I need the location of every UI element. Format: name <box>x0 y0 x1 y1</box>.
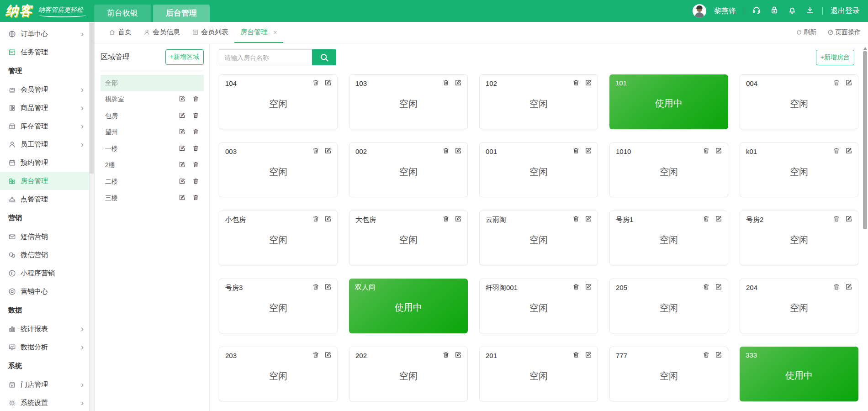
area-item-棋牌室[interactable]: 棋牌室 <box>101 91 204 108</box>
edit-room-button[interactable] <box>585 215 592 224</box>
sidebar-item-营销中心[interactable]: 营销中心 <box>0 282 89 300</box>
delete-room-button[interactable] <box>312 283 319 292</box>
sidebar-scrollbar-thumb[interactable] <box>90 23 94 174</box>
delete-room-button[interactable] <box>572 283 580 292</box>
edit-room-button[interactable] <box>324 147 332 156</box>
room-card-102[interactable]: 102空闲 <box>479 74 598 129</box>
logout-button[interactable]: 退出登录 <box>831 6 860 16</box>
room-card-204[interactable]: 204空闲 <box>740 279 858 333</box>
edit-room-button[interactable] <box>455 147 462 156</box>
delete-room-button[interactable] <box>833 283 840 292</box>
sidebar-item-小程序营销[interactable]: 小程序营销 <box>0 264 89 282</box>
sidebar-item-任务管理[interactable]: 任务管理 <box>0 43 89 61</box>
edit-room-button[interactable] <box>455 351 462 360</box>
delete-room-button[interactable] <box>833 215 840 224</box>
room-card-001[interactable]: 001空闲 <box>479 142 598 197</box>
add-area-button[interactable]: +新增区域 <box>165 49 204 65</box>
edit-room-button[interactable] <box>715 147 722 156</box>
delete-room-button[interactable] <box>703 351 710 360</box>
delete-area-button[interactable] <box>192 194 199 202</box>
room-card-小包房[interactable]: 小包房空闲 <box>219 211 338 265</box>
area-item-全部[interactable]: 全部 <box>101 75 204 91</box>
edit-room-button[interactable] <box>715 351 722 360</box>
edit-room-button[interactable] <box>585 147 592 156</box>
room-card-104[interactable]: 104空闲 <box>219 74 338 129</box>
room-card-777[interactable]: 777空闲 <box>609 347 728 401</box>
room-card-大包房[interactable]: 大包房空闲 <box>349 211 468 265</box>
room-card-002[interactable]: 002空闲 <box>349 142 468 197</box>
sidebar-item-库存管理[interactable]: 库存管理› <box>0 117 89 135</box>
edit-room-button[interactable] <box>455 79 462 88</box>
room-card-205[interactable]: 205空闲 <box>609 279 728 333</box>
edit-area-button[interactable] <box>179 161 185 169</box>
sidebar-item-订单中心[interactable]: 订单中心› <box>0 25 89 43</box>
edit-room-button[interactable] <box>324 351 332 360</box>
room-card-云雨阁[interactable]: 云雨阁空闲 <box>479 211 598 265</box>
area-item-二楼[interactable]: 二楼 <box>101 174 204 190</box>
edit-room-button[interactable] <box>585 79 592 88</box>
edit-area-button[interactable] <box>179 95 185 104</box>
delete-room-button[interactable] <box>442 147 450 156</box>
content-scrollbar[interactable] <box>862 46 868 411</box>
edit-room-button[interactable] <box>324 283 332 292</box>
sidebar-item-统计报表[interactable]: 统计报表› <box>0 320 89 338</box>
delete-room-button[interactable] <box>442 79 450 88</box>
delete-room-button[interactable] <box>312 79 319 88</box>
edit-area-button[interactable] <box>179 145 185 153</box>
delete-room-button[interactable] <box>572 351 580 360</box>
avatar[interactable] <box>693 4 706 18</box>
delete-room-button[interactable] <box>572 215 580 224</box>
delete-room-button[interactable] <box>703 215 710 224</box>
edit-room-button[interactable] <box>585 283 592 292</box>
room-card-双人间[interactable]: 双人间使用中 <box>349 279 468 333</box>
room-card-号房2[interactable]: 号房2空闲 <box>740 211 858 265</box>
edit-room-button[interactable] <box>585 351 592 360</box>
edit-room-button[interactable] <box>715 283 722 292</box>
content-scrollbar-thumb[interactable] <box>863 51 867 229</box>
edit-room-button[interactable] <box>715 215 722 224</box>
sidebar-item-点餐管理[interactable]: 点餐管理 <box>0 190 89 208</box>
sidebar-item-员工管理[interactable]: 员工管理› <box>0 135 89 153</box>
edit-room-button[interactable] <box>845 215 852 224</box>
delete-area-button[interactable] <box>192 128 199 137</box>
delete-area-button[interactable] <box>192 145 199 153</box>
delete-room-button[interactable] <box>703 283 710 292</box>
area-item-望州[interactable]: 望州 <box>101 124 204 141</box>
sidebar-item-门店管理[interactable]: 门店管理› <box>0 375 89 394</box>
edit-area-button[interactable] <box>179 112 185 120</box>
edit-room-button[interactable] <box>455 215 462 224</box>
area-item-三楼[interactable]: 三楼 <box>101 190 204 206</box>
lock-icon-button[interactable] <box>770 5 779 16</box>
sidebar-item-短信营销[interactable]: 短信营销 <box>0 227 89 246</box>
page-operations-button[interactable]: 页面操作 <box>827 28 861 37</box>
tab-close-icon[interactable]: × <box>273 28 277 36</box>
room-card-203[interactable]: 203空闲 <box>219 347 338 401</box>
edit-area-button[interactable] <box>179 194 185 202</box>
edit-room-button[interactable] <box>845 283 852 292</box>
delete-room-button[interactable] <box>572 79 580 88</box>
delete-area-button[interactable] <box>192 112 199 120</box>
sidebar-scrollbar[interactable] <box>89 22 95 411</box>
room-card-号房1[interactable]: 号房1空闲 <box>609 211 728 265</box>
area-item-2楼[interactable]: 2楼 <box>101 157 204 174</box>
area-item-一楼[interactable]: 一楼 <box>101 141 204 157</box>
room-card-101[interactable]: 101使用中 <box>609 74 728 129</box>
delete-room-button[interactable] <box>312 351 319 360</box>
tab-会员列表[interactable]: 会员列表 <box>186 22 234 43</box>
header-tab[interactable]: 前台收银 <box>94 5 151 22</box>
room-card-202[interactable]: 202空闲 <box>349 347 468 401</box>
sidebar-item-微信营销[interactable]: 微信营销 <box>0 246 89 264</box>
room-card-号房3[interactable]: 号房3空闲 <box>219 279 338 333</box>
tab-会员信息[interactable]: 会员信息 <box>138 22 186 43</box>
room-card-333[interactable]: 333使用中 <box>740 347 858 401</box>
delete-room-button[interactable] <box>833 147 840 156</box>
sidebar-item-商品管理[interactable]: 商品管理› <box>0 99 89 117</box>
sidebar-item-系统设置[interactable]: 系统设置› <box>0 394 89 411</box>
headset-icon-button[interactable] <box>752 5 761 16</box>
room-card-201[interactable]: 201空闲 <box>479 347 598 401</box>
tab-首页[interactable]: 首页 <box>103 22 138 43</box>
room-card-003[interactable]: 003空闲 <box>219 142 338 197</box>
room-card-004[interactable]: 004空闲 <box>740 74 858 129</box>
sidebar-item-预约管理[interactable]: 预约管理 <box>0 153 89 172</box>
scrollbar-up-arrow-icon[interactable] <box>863 47 867 50</box>
